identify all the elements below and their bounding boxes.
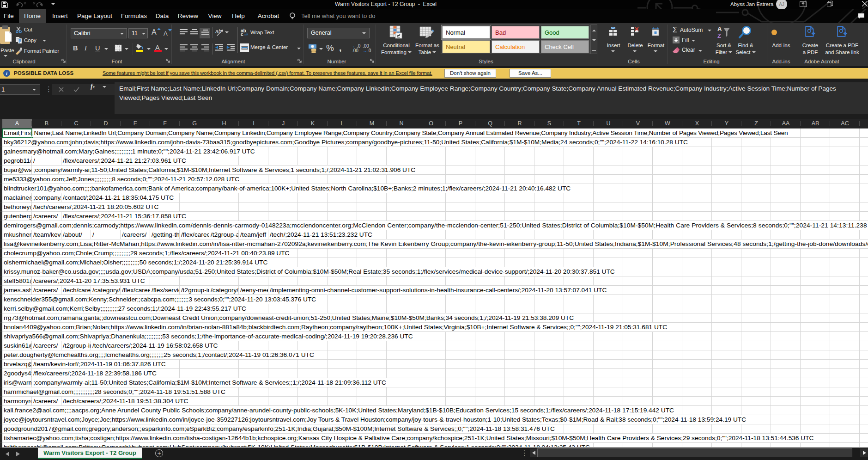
svg-text:Z: Z <box>717 32 721 39</box>
svg-text:c: c <box>241 32 243 37</box>
svg-text:ab: ab <box>215 28 222 35</box>
svg-text:A: A <box>717 25 722 32</box>
